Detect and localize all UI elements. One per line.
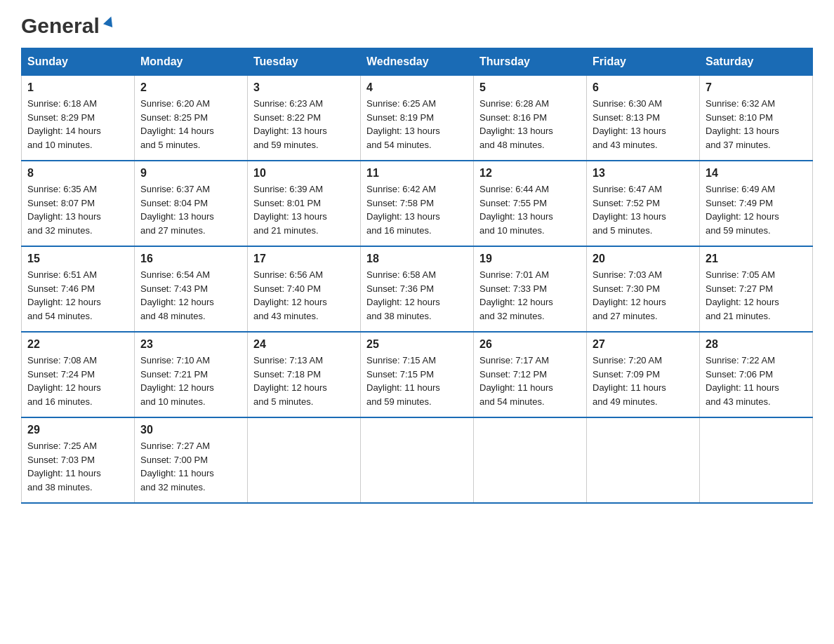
day-info: Sunrise: 6:42 AMSunset: 7:58 PMDaylight:… — [366, 182, 468, 237]
calendar-week-row: 22 Sunrise: 7:08 AMSunset: 7:24 PMDaylig… — [22, 332, 813, 417]
calendar-week-row: 1 Sunrise: 6:18 AMSunset: 8:29 PMDayligh… — [22, 76, 813, 161]
day-number: 2 — [140, 81, 241, 94]
day-number: 4 — [366, 81, 468, 94]
day-number: 12 — [479, 167, 581, 180]
empty-cell — [474, 417, 587, 503]
weekday-header-sunday: Sunday — [22, 48, 135, 76]
day-number: 13 — [593, 167, 694, 180]
day-number: 18 — [366, 253, 468, 265]
day-info: Sunrise: 6:49 AMSunset: 7:49 PMDaylight:… — [706, 182, 807, 237]
calendar-day-cell: 29 Sunrise: 7:25 AMSunset: 7:03 PMDaylig… — [22, 417, 135, 503]
day-info: Sunrise: 7:01 AMSunset: 7:33 PMDaylight:… — [479, 268, 581, 323]
empty-cell — [587, 417, 700, 503]
day-info: Sunrise: 7:08 AMSunset: 7:24 PMDaylight:… — [27, 354, 128, 408]
calendar-week-row: 8 Sunrise: 6:35 AMSunset: 8:07 PMDayligh… — [22, 161, 813, 246]
day-info: Sunrise: 6:32 AMSunset: 8:10 PMDaylight:… — [706, 97, 807, 152]
day-number: 9 — [140, 167, 241, 180]
day-info: Sunrise: 7:10 AMSunset: 7:21 PMDaylight:… — [140, 354, 241, 408]
day-info: Sunrise: 6:28 AMSunset: 8:16 PMDaylight:… — [479, 97, 581, 152]
weekday-header-tuesday: Tuesday — [248, 48, 361, 76]
calendar-table: SundayMondayTuesdayWednesdayThursdayFrid… — [21, 48, 813, 504]
day-info: Sunrise: 6:25 AMSunset: 8:19 PMDaylight:… — [366, 97, 468, 152]
calendar-day-cell: 15 Sunrise: 6:51 AMSunset: 7:46 PMDaylig… — [22, 246, 135, 332]
weekday-header-row: SundayMondayTuesdayWednesdayThursdayFrid… — [22, 48, 813, 76]
calendar-day-cell: 18 Sunrise: 6:58 AMSunset: 7:36 PMDaylig… — [361, 246, 474, 332]
day-info: Sunrise: 7:17 AMSunset: 7:12 PMDaylight:… — [479, 354, 581, 408]
day-number: 30 — [140, 424, 241, 436]
calendar-day-cell: 27 Sunrise: 7:20 AMSunset: 7:09 PMDaylig… — [587, 332, 700, 417]
calendar-day-cell: 6 Sunrise: 6:30 AMSunset: 8:13 PMDayligh… — [587, 76, 700, 161]
day-info: Sunrise: 6:23 AMSunset: 8:22 PMDaylight:… — [253, 97, 355, 152]
calendar-day-cell: 26 Sunrise: 7:17 AMSunset: 7:12 PMDaylig… — [474, 332, 587, 417]
empty-cell — [700, 417, 813, 503]
calendar-day-cell: 20 Sunrise: 7:03 AMSunset: 7:30 PMDaylig… — [587, 246, 700, 332]
calendar-day-cell: 10 Sunrise: 6:39 AMSunset: 8:01 PMDaylig… — [248, 161, 361, 246]
day-number: 8 — [27, 167, 128, 180]
calendar-day-cell: 24 Sunrise: 7:13 AMSunset: 7:18 PMDaylig… — [248, 332, 361, 417]
day-info: Sunrise: 7:03 AMSunset: 7:30 PMDaylight:… — [593, 268, 694, 323]
day-info: Sunrise: 7:22 AMSunset: 7:06 PMDaylight:… — [706, 354, 807, 408]
day-number: 24 — [253, 338, 355, 351]
day-number: 28 — [706, 338, 807, 351]
calendar-day-cell: 19 Sunrise: 7:01 AMSunset: 7:33 PMDaylig… — [474, 246, 587, 332]
calendar-day-cell: 7 Sunrise: 6:32 AMSunset: 8:10 PMDayligh… — [700, 76, 813, 161]
calendar-day-cell: 8 Sunrise: 6:35 AMSunset: 8:07 PMDayligh… — [22, 161, 135, 246]
weekday-header-thursday: Thursday — [474, 48, 587, 76]
day-number: 5 — [479, 81, 581, 94]
calendar-day-cell: 9 Sunrise: 6:37 AMSunset: 8:04 PMDayligh… — [135, 161, 248, 246]
day-info: Sunrise: 6:54 AMSunset: 7:43 PMDaylight:… — [140, 268, 241, 323]
day-info: Sunrise: 7:05 AMSunset: 7:27 PMDaylight:… — [706, 268, 807, 323]
day-number: 27 — [593, 338, 694, 351]
day-info: Sunrise: 7:20 AMSunset: 7:09 PMDaylight:… — [593, 354, 694, 408]
calendar-day-cell: 17 Sunrise: 6:56 AMSunset: 7:40 PMDaylig… — [248, 246, 361, 332]
calendar-day-cell: 3 Sunrise: 6:23 AMSunset: 8:22 PMDayligh… — [248, 76, 361, 161]
empty-cell — [248, 417, 361, 503]
calendar-day-cell: 1 Sunrise: 6:18 AMSunset: 8:29 PMDayligh… — [22, 76, 135, 161]
day-info: Sunrise: 7:25 AMSunset: 7:03 PMDaylight:… — [27, 439, 128, 494]
calendar-day-cell: 14 Sunrise: 6:49 AMSunset: 7:49 PMDaylig… — [700, 161, 813, 246]
day-number: 21 — [706, 253, 807, 265]
calendar-day-cell: 11 Sunrise: 6:42 AMSunset: 7:58 PMDaylig… — [361, 161, 474, 246]
day-number: 23 — [140, 338, 241, 351]
page-header: General — [21, 14, 813, 34]
day-info: Sunrise: 6:58 AMSunset: 7:36 PMDaylight:… — [366, 268, 468, 323]
day-number: 19 — [479, 253, 581, 265]
weekday-header-friday: Friday — [587, 48, 700, 76]
day-info: Sunrise: 6:51 AMSunset: 7:46 PMDaylight:… — [27, 268, 128, 323]
day-number: 15 — [27, 253, 128, 265]
day-number: 14 — [706, 167, 807, 180]
calendar-day-cell: 22 Sunrise: 7:08 AMSunset: 7:24 PMDaylig… — [22, 332, 135, 417]
day-info: Sunrise: 6:18 AMSunset: 8:29 PMDaylight:… — [27, 97, 128, 152]
weekday-header-saturday: Saturday — [700, 48, 813, 76]
weekday-header-wednesday: Wednesday — [361, 48, 474, 76]
calendar-day-cell: 13 Sunrise: 6:47 AMSunset: 7:52 PMDaylig… — [587, 161, 700, 246]
calendar-day-cell: 23 Sunrise: 7:10 AMSunset: 7:21 PMDaylig… — [135, 332, 248, 417]
logo: General — [21, 14, 117, 34]
calendar-day-cell: 5 Sunrise: 6:28 AMSunset: 8:16 PMDayligh… — [474, 76, 587, 161]
day-info: Sunrise: 6:35 AMSunset: 8:07 PMDaylight:… — [27, 182, 128, 237]
day-info: Sunrise: 7:13 AMSunset: 7:18 PMDaylight:… — [253, 354, 355, 408]
day-number: 10 — [253, 167, 355, 180]
calendar-day-cell: 4 Sunrise: 6:25 AMSunset: 8:19 PMDayligh… — [361, 76, 474, 161]
day-number: 26 — [479, 338, 581, 351]
day-info: Sunrise: 7:15 AMSunset: 7:15 PMDaylight:… — [366, 354, 468, 408]
day-number: 29 — [27, 424, 128, 436]
day-number: 1 — [27, 81, 128, 94]
day-number: 11 — [366, 167, 468, 180]
calendar-day-cell: 2 Sunrise: 6:20 AMSunset: 8:25 PMDayligh… — [135, 76, 248, 161]
day-info: Sunrise: 6:44 AMSunset: 7:55 PMDaylight:… — [479, 182, 581, 237]
calendar-day-cell: 12 Sunrise: 6:44 AMSunset: 7:55 PMDaylig… — [474, 161, 587, 246]
day-number: 6 — [593, 81, 694, 94]
day-number: 16 — [140, 253, 241, 265]
day-info: Sunrise: 6:20 AMSunset: 8:25 PMDaylight:… — [140, 97, 241, 152]
calendar-day-cell: 16 Sunrise: 6:54 AMSunset: 7:43 PMDaylig… — [135, 246, 248, 332]
day-info: Sunrise: 6:30 AMSunset: 8:13 PMDaylight:… — [593, 97, 694, 152]
logo-text-general: General — [21, 14, 100, 38]
calendar-week-row: 15 Sunrise: 6:51 AMSunset: 7:46 PMDaylig… — [22, 246, 813, 332]
calendar-week-row: 29 Sunrise: 7:25 AMSunset: 7:03 PMDaylig… — [22, 417, 813, 503]
day-number: 22 — [27, 338, 128, 351]
empty-cell — [361, 417, 474, 503]
day-number: 25 — [366, 338, 468, 351]
day-info: Sunrise: 6:56 AMSunset: 7:40 PMDaylight:… — [253, 268, 355, 323]
day-info: Sunrise: 6:39 AMSunset: 8:01 PMDaylight:… — [253, 182, 355, 237]
